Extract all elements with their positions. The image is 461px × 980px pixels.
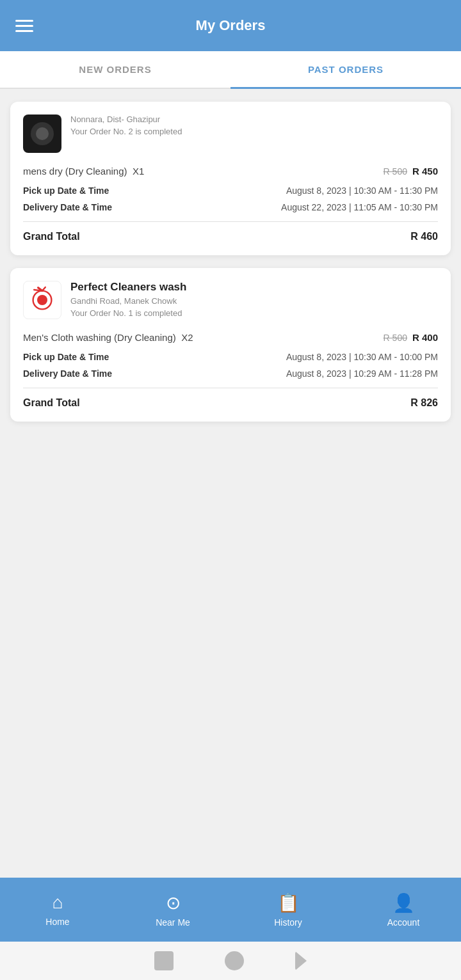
delivery-row-1: Delivery Date & Time August 8, 2023 | 10… bbox=[23, 368, 438, 379]
page-title: My Orders bbox=[196, 17, 266, 34]
orders-content: Nonnara, Dist- Ghazipur Your Order No. 2… bbox=[0, 89, 461, 857]
system-circle-button[interactable] bbox=[225, 951, 244, 970]
divider-1 bbox=[23, 388, 438, 388]
shop-logo-partial bbox=[23, 115, 61, 153]
pickup-label-partial: Pick up Date & Time bbox=[23, 186, 109, 196]
item-name-partial: mens dry (Dry Cleaning) X1 bbox=[23, 166, 144, 177]
price-discounted-1: R 400 bbox=[412, 332, 438, 343]
pickup-delivery-partial: Pick up Date & Time August 8, 2023 | 10:… bbox=[23, 186, 438, 212]
order-status-1: Your Order No. 1 is completed bbox=[70, 308, 438, 318]
divider-partial bbox=[23, 221, 438, 222]
delivery-row-partial: Delivery Date & Time August 22, 2023 | 1… bbox=[23, 202, 438, 212]
nav-home[interactable]: ⌂ Home bbox=[0, 886, 115, 933]
pickup-delivery-1: Pick up Date & Time August 8, 2023 | 10:… bbox=[23, 352, 438, 379]
pickup-label-1: Pick up Date & Time bbox=[23, 352, 109, 362]
history-label: History bbox=[274, 917, 302, 928]
shop-info-1: Perfect Cleaners wash Gandhi Road, Manek… bbox=[70, 281, 438, 318]
system-bar bbox=[0, 942, 461, 980]
delivery-label-1: Delivery Date & Time bbox=[23, 368, 112, 379]
account-label: Account bbox=[387, 917, 420, 928]
item-row-1: Men's Cloth washing (Dry Cleaning) X2 R … bbox=[23, 332, 438, 343]
price-original-partial: R 500 bbox=[384, 166, 407, 177]
grand-total-value-partial: R 460 bbox=[410, 231, 438, 242]
order-header-1: Perfect Cleaners wash Gandhi Road, Manek… bbox=[23, 281, 438, 319]
account-icon: 👤 bbox=[392, 892, 415, 913]
pickup-row-1: Pick up Date & Time August 8, 2023 | 10:… bbox=[23, 352, 438, 362]
delivery-label-partial: Delivery Date & Time bbox=[23, 202, 112, 212]
hamburger-menu-button[interactable] bbox=[15, 20, 33, 32]
delivery-value-partial: August 22, 2023 | 11:05 AM - 10:30 PM bbox=[281, 202, 438, 212]
nav-history[interactable]: 📋 History bbox=[230, 886, 346, 934]
grand-total-label-partial: Grand Total bbox=[23, 231, 80, 242]
system-back-button[interactable] bbox=[295, 951, 307, 970]
pickup-row-partial: Pick up Date & Time August 8, 2023 | 10:… bbox=[23, 186, 438, 196]
price-original-1: R 500 bbox=[384, 333, 407, 343]
order-status-partial: Your Order No. 2 is completed bbox=[70, 127, 438, 136]
bottom-navigation: ⌂ Home ⊙ Near Me 📋 History 👤 Account bbox=[0, 878, 461, 942]
tab-new-orders[interactable]: NEW ORDERS bbox=[0, 51, 230, 88]
grand-total-value-1: R 826 bbox=[410, 397, 438, 409]
system-square-button[interactable] bbox=[154, 951, 174, 970]
svg-point-1 bbox=[36, 127, 49, 140]
pickup-value-partial: August 8, 2023 | 10:30 AM - 11:30 PM bbox=[286, 186, 438, 196]
shop-address-1: Gandhi Road, Manek Chowk bbox=[70, 296, 438, 306]
shop-name-1: Perfect Cleaners wash bbox=[70, 281, 438, 294]
item-row-partial: mens dry (Dry Cleaning) X1 R 500 R 450 bbox=[23, 166, 438, 177]
home-icon: ⌂ bbox=[53, 892, 63, 913]
history-icon: 📋 bbox=[277, 892, 300, 913]
grand-total-row-1: Grand Total R 826 bbox=[23, 397, 438, 409]
nav-near-me[interactable]: ⊙ Near Me bbox=[115, 886, 230, 934]
home-label: Home bbox=[45, 917, 69, 927]
order-card-partial: Nonnara, Dist- Ghazipur Your Order No. 2… bbox=[10, 102, 451, 255]
shop-logo-1 bbox=[23, 281, 61, 319]
pickup-value-1: August 8, 2023 | 10:30 AM - 10:00 PM bbox=[286, 352, 438, 362]
grand-total-row-partial: Grand Total R 460 bbox=[23, 231, 438, 242]
nav-account[interactable]: 👤 Account bbox=[346, 886, 461, 934]
order-card-1: Perfect Cleaners wash Gandhi Road, Manek… bbox=[10, 268, 451, 422]
price-discounted-partial: R 450 bbox=[412, 166, 438, 177]
shop-info-partial: Nonnara, Dist- Ghazipur Your Order No. 2… bbox=[70, 115, 438, 136]
shop-address-partial: Nonnara, Dist- Ghazipur bbox=[70, 115, 438, 124]
item-price-partial: R 500 R 450 bbox=[384, 166, 438, 177]
delivery-value-1: August 8, 2023 | 10:29 AM - 11:28 PM bbox=[286, 368, 438, 379]
compass-icon: ⊙ bbox=[166, 892, 181, 913]
item-name-1: Men's Cloth washing (Dry Cleaning) X2 bbox=[23, 332, 193, 343]
order-tabs: NEW ORDERS PAST ORDERS bbox=[0, 51, 461, 89]
near-me-label: Near Me bbox=[156, 917, 190, 928]
svg-line-6 bbox=[34, 290, 42, 291]
item-price-1: R 500 R 400 bbox=[384, 332, 438, 343]
grand-total-label-1: Grand Total bbox=[23, 397, 80, 409]
order-header-partial: Nonnara, Dist- Ghazipur Your Order No. 2… bbox=[23, 115, 438, 153]
app-header: My Orders bbox=[0, 0, 461, 51]
tab-past-orders[interactable]: PAST ORDERS bbox=[230, 51, 461, 88]
svg-point-3 bbox=[37, 295, 47, 305]
